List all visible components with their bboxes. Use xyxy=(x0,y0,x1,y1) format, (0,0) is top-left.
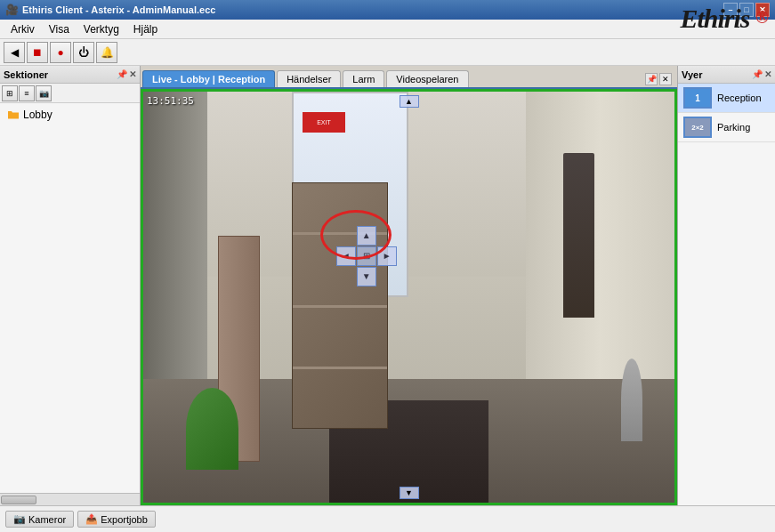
camera-feed: EXIT xyxy=(143,92,674,503)
sektioner-list-view-button[interactable]: ≡ xyxy=(19,85,35,101)
tab-close-button[interactable]: ✕ xyxy=(659,73,672,85)
vyer-item-reception[interactable]: 1 Reception xyxy=(678,84,775,113)
ptz-button-grid: ▲ ◄ ⊞ ► ▼ xyxy=(336,226,397,286)
menu-verktyg[interactable]: Verktyg xyxy=(77,21,126,37)
tab-bar: Live - Lobby | Reception Händelser Larm … xyxy=(141,66,677,89)
toolbar-record-button[interactable]: ● xyxy=(50,42,71,63)
center-content: Live - Lobby | Reception Händelser Larm … xyxy=(141,66,677,505)
sektioner-close-button[interactable]: ✕ xyxy=(129,69,136,79)
vyer-close-button[interactable]: ✕ xyxy=(764,69,771,79)
ptz-down-button[interactable]: ▼ xyxy=(357,267,376,286)
status-bar: 📷 Kameror 📤 Exportjobb xyxy=(0,505,775,532)
app-icon: 🎥 xyxy=(5,4,19,16)
sektioner-toolbar: ⊞ ≡ 📷 xyxy=(0,84,140,103)
scroll-thumb[interactable] xyxy=(1,496,36,504)
microphone xyxy=(621,359,642,440)
tab-handelser[interactable]: Händelser xyxy=(277,70,341,87)
vyer-pin-button[interactable]: 📌 xyxy=(752,69,763,79)
folder-icon xyxy=(7,109,20,121)
room-right-area xyxy=(526,92,674,400)
video-timestamp: 13:51:35 xyxy=(147,95,194,107)
title-bar-left: 🎥 Ethiris Client - Asterix - AdminManual… xyxy=(5,4,215,16)
main-layout: Sektioner 📌 ✕ ⊞ ≡ 📷 Lobby Live xyxy=(0,66,775,505)
ptz-right-button[interactable]: ► xyxy=(377,246,397,266)
tab-pin-button[interactable]: 📌 xyxy=(645,73,658,85)
tab-live-lobby-reception[interactable]: Live - Lobby | Reception xyxy=(142,70,275,87)
sektioner-panel: Sektioner 📌 ✕ ⊞ ≡ 📷 Lobby xyxy=(0,66,141,505)
vyer-label-parking: Parking xyxy=(717,122,750,133)
video-area: EXIT xyxy=(141,89,677,505)
tree-item-lobby-label: Lobby xyxy=(23,109,52,121)
toolbar: ◀ ⏹ ● ⏻ 🔔 Ethiris ® xyxy=(0,39,775,66)
sektioner-header: Sektioner 📌 ✕ xyxy=(0,66,140,84)
kameror-label: Kameror xyxy=(28,514,66,525)
figure-shadow xyxy=(563,153,595,318)
vyer-label-reception: Reception xyxy=(717,93,762,103)
tab-close-area: 📌 ✕ xyxy=(645,73,675,87)
toolbar-stop-button[interactable]: ⏹ xyxy=(27,42,48,63)
menu-hjalp[interactable]: Hjälp xyxy=(126,21,165,37)
vyer-header: Vyer 📌 ✕ xyxy=(678,66,775,84)
ptz-left-button[interactable]: ◄ xyxy=(336,246,356,266)
sektioner-camera-button[interactable]: 📷 xyxy=(36,85,52,101)
shelf-unit xyxy=(292,182,387,429)
sektioner-header-controls: 📌 ✕ xyxy=(117,69,136,79)
status-tab-exportjobb[interactable]: 📤 Exportjobb xyxy=(77,511,156,528)
ptz-controls: ▲ ◄ ⊞ ► ▼ xyxy=(336,226,397,286)
vyer-title: Vyer xyxy=(682,69,702,80)
menu-visa[interactable]: Visa xyxy=(42,21,77,37)
sektioner-content: Lobby xyxy=(0,103,140,493)
shelf-3 xyxy=(293,367,386,369)
toolbar-alert-button[interactable]: 🔔 xyxy=(96,42,117,63)
ptz-scroll-bottom-button[interactable]: ▼ xyxy=(400,487,419,499)
shelf-2 xyxy=(293,305,386,308)
status-tab-kameror[interactable]: 📷 Kameror xyxy=(5,511,74,528)
ptz-up-button[interactable]: ▲ xyxy=(357,226,376,246)
plant xyxy=(186,388,239,470)
logo-dot: ® xyxy=(755,7,768,27)
exportjobb-label: Exportjobb xyxy=(101,514,148,525)
menu-arkiv[interactable]: Arkiv xyxy=(4,21,42,37)
vyer-panel: Vyer 📌 ✕ 1 Reception 2×2 Parking xyxy=(677,66,775,505)
ethiris-logo: Ethiris ® xyxy=(680,4,768,34)
sektioner-grid-view-button[interactable]: ⊞ xyxy=(2,85,18,101)
tab-larm[interactable]: Larm xyxy=(343,70,384,87)
tab-videospelaren[interactable]: Videospelaren xyxy=(386,70,468,87)
toolbar-back-button[interactable]: ◀ xyxy=(4,42,25,63)
sektioner-title: Sektioner xyxy=(4,69,48,80)
tree-item-lobby[interactable]: Lobby xyxy=(4,107,136,123)
vyer-header-controls: 📌 ✕ xyxy=(752,69,771,79)
sektioner-pin-button[interactable]: 📌 xyxy=(117,69,127,79)
title-text: Ethiris Client - Asterix - AdminManual.e… xyxy=(22,4,215,15)
ptz-center-button[interactable]: ⊞ xyxy=(357,246,376,266)
exportjobb-icon: 📤 xyxy=(85,513,98,525)
title-bar: 🎥 Ethiris Client - Asterix - AdminManual… xyxy=(0,0,775,20)
ptz-scroll-top-button[interactable]: ▲ xyxy=(400,95,419,108)
vyer-thumb-parking: 2×2 xyxy=(683,117,712,138)
toolbar-power-button[interactable]: ⏻ xyxy=(73,42,94,63)
vyer-item-parking[interactable]: 2×2 Parking xyxy=(678,113,775,142)
vyer-thumb-reception: 1 xyxy=(683,87,712,109)
exit-sign: EXIT xyxy=(303,112,345,133)
kameror-icon: 📷 xyxy=(13,513,26,525)
sektioner-scrollbar[interactable] xyxy=(0,493,140,505)
menu-bar: Arkiv Visa Verktyg Hjälp xyxy=(0,20,775,39)
